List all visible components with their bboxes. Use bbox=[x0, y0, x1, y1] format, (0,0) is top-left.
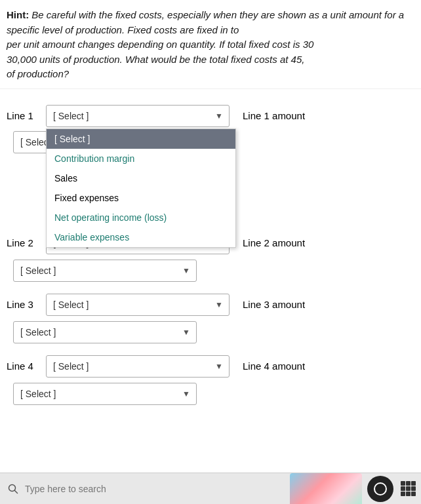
option-contribution-margin[interactable]: Contribution margin bbox=[47, 149, 235, 168]
line-2-label: Line 2 bbox=[7, 237, 46, 248]
line-2-sub-row: [ Select ] Contribution margin Sales Fix… bbox=[7, 260, 414, 282]
line-1-select-wrapper: [ Select ] Contribution margin Sales Fix… bbox=[46, 105, 230, 127]
line-1-dropdown-popup: [ Select ] Contribution margin Sales Fix… bbox=[46, 128, 236, 248]
hint-label: Hint: bbox=[7, 9, 29, 20]
line-1-label: Line 1 bbox=[7, 110, 46, 121]
line-4-label: Line 4 bbox=[7, 360, 46, 372]
option-select[interactable]: [ Select ] bbox=[47, 129, 235, 149]
option-sales[interactable]: Sales bbox=[47, 168, 235, 188]
option-net-operating-income[interactable]: Net operating income (loss) bbox=[47, 208, 235, 227]
line-3-row: Line 3 [ Select ] Contribution margin Sa… bbox=[7, 294, 414, 316]
line-4-sub-select-wrapper: [ Select ] Contribution margin Sales Fix… bbox=[13, 383, 197, 405]
line-4-select[interactable]: [ Select ] Contribution margin Sales Fix… bbox=[46, 355, 230, 378]
line-3-select[interactable]: [ Select ] Contribution margin Sales Fix… bbox=[46, 294, 230, 316]
line-1-select[interactable]: [ Select ] Contribution margin Sales Fix… bbox=[46, 105, 230, 127]
lines-container: Line 1 [ Select ] Contribution margin Sa… bbox=[0, 89, 421, 447]
line-2-amount: Line 2 amount bbox=[243, 237, 305, 248]
option-variable-expenses[interactable]: Variable expenses bbox=[47, 227, 235, 247]
line-4-row: Line 4 [ Select ] Contribution margin Sa… bbox=[7, 355, 414, 378]
line-2-sub-select-wrapper: [ Select ] Contribution margin Sales Fix… bbox=[13, 260, 197, 282]
line-4-select-wrapper: [ Select ] Contribution margin Sales Fix… bbox=[46, 355, 230, 378]
line-3-amount: Line 3 amount bbox=[243, 299, 305, 310]
line-4-amount: Line 4 amount bbox=[243, 360, 305, 372]
line-1-row: Line 1 [ Select ] Contribution margin Sa… bbox=[7, 105, 414, 127]
line-2-sub-select[interactable]: [ Select ] Contribution margin Sales Fix… bbox=[13, 260, 197, 282]
line-4-sub-select[interactable]: [ Select ] Contribution margin Sales Fix… bbox=[13, 383, 197, 405]
line-1-amount: Line 1 amount bbox=[243, 110, 305, 121]
line-3-sub-select-wrapper: [ Select ] Contribution margin Sales Fix… bbox=[13, 321, 197, 343]
line-4-sub-row: [ Select ] Contribution margin Sales Fix… bbox=[7, 383, 414, 405]
hint-block: Hint: Be careful with the fixed costs, e… bbox=[0, 0, 421, 89]
option-fixed-expenses[interactable]: Fixed expenses bbox=[47, 188, 235, 208]
hint-text: Be careful with the fixed costs, especia… bbox=[7, 9, 404, 79]
line-3-select-wrapper: [ Select ] Contribution margin Sales Fix… bbox=[46, 294, 230, 316]
line-3-sub-row: [ Select ] Contribution margin Sales Fix… bbox=[7, 321, 414, 343]
line-3-sub-select[interactable]: [ Select ] Contribution margin Sales Fix… bbox=[13, 321, 197, 343]
line-3-label: Line 3 bbox=[7, 299, 46, 310]
